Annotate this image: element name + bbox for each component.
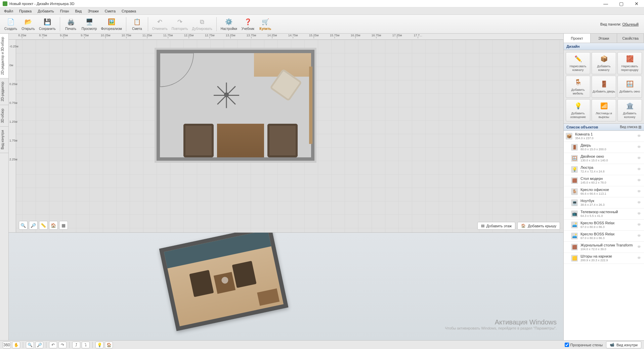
menu-help[interactable]: Справка: [119, 8, 139, 14]
minimize-button[interactable]: —: [601, 0, 610, 7]
view-2d[interactable]: -0.25м0м0.25м0.75м1.25м1.75м2.25м: [9, 40, 563, 233]
visibility-eye-icon[interactable]: 👁: [637, 223, 642, 227]
visibility-eye-icon[interactable]: 👁: [637, 200, 642, 205]
textbook-button[interactable]: ❓Учебник: [239, 16, 257, 33]
coffee-table[interactable]: [217, 124, 264, 157]
grid-button[interactable]: ▦: [59, 221, 68, 230]
menu-view[interactable]: Вид: [72, 8, 84, 14]
inside-view-button[interactable]: 📹Вид изнутри: [606, 341, 641, 348]
object-list-item[interactable]: 🟫 Стол модерн 145.0 x 60.2 x 78.0 👁: [564, 175, 644, 186]
create-button[interactable]: 📄Создать: [2, 16, 19, 33]
object-icon: 🪟: [571, 155, 578, 162]
object-dimensions: 72.4 x 72.4 x 24.8: [581, 170, 635, 173]
tilt-down-button[interactable]: ⤵: [82, 342, 90, 348]
vtab-2d[interactable]: 2D-редактор: [0, 78, 8, 105]
close-button[interactable]: ✕: [632, 0, 641, 7]
object-list-item[interactable]: 🛋️ Кресло BOSS Relax 67.0 x 80.9 x 86.3 …: [564, 220, 644, 231]
maximize-button[interactable]: ▢: [616, 0, 626, 7]
visibility-eye-icon[interactable]: 👁: [637, 178, 642, 183]
tab-floors[interactable]: Этажи: [591, 34, 617, 43]
window-title: Новый проект - Дизайн Интерьера 3D: [9, 2, 74, 6]
object-list-item[interactable]: 📦 Комната 1 354.0 x 237.0 👁: [564, 131, 644, 142]
draw-partition-button[interactable]: 🧱Нарисовать перегородку: [617, 52, 642, 74]
armchair-left[interactable]: [183, 124, 214, 157]
object-list-item[interactable]: 🚪 Дверь 80.0 x 15.0 x 200.0 👁: [564, 142, 644, 153]
add-furniture-button[interactable]: 🪑Добавить мебель: [566, 76, 590, 98]
light-button[interactable]: 💡: [95, 342, 103, 348]
add-room-button[interactable]: 📦Добавить комнату: [592, 52, 616, 74]
view-3d[interactable]: Активация Windows Чтобы активировать Win…: [9, 233, 563, 340]
redo-button[interactable]: ↷Повторить: [170, 16, 190, 33]
object-list-item[interactable]: 🪑 Кресло офисное 66.6 x 66.6 x 113.1 👁: [564, 186, 644, 197]
duplicate-button[interactable]: ⧉Дублировать: [190, 16, 214, 33]
menu-add[interactable]: Добавить: [35, 8, 57, 14]
tab-properties[interactable]: Свойства: [617, 34, 644, 43]
visibility-eye-icon[interactable]: 👁: [637, 211, 642, 216]
add-door-button[interactable]: 🚪Добавить дверь: [592, 76, 616, 98]
save-button[interactable]: 💾Сохранить: [37, 16, 58, 33]
visibility-eye-icon[interactable]: 👁: [637, 245, 642, 249]
object-list-item[interactable]: 💻 Ноутбук 38.6 x 27.4 x 26.3 👁: [564, 197, 644, 208]
menu-estimate[interactable]: Смета: [102, 8, 118, 14]
object-icon: 💻: [571, 199, 578, 206]
measure-button[interactable]: 📏: [39, 221, 48, 230]
object-list-item[interactable]: 🛋️ Кресло BOSS Relax 67.0 x 80.9 x 86.3 …: [564, 231, 644, 242]
tab-project[interactable]: Проект: [564, 34, 591, 43]
add-roof-button[interactable]: 🏠Добавить крышу: [517, 222, 560, 230]
visibility-eye-icon[interactable]: 👁: [637, 167, 642, 172]
pan-button[interactable]: ✋: [12, 342, 20, 348]
tilt-up-button[interactable]: ⤴: [72, 342, 80, 348]
visibility-eye-icon[interactable]: 👁: [637, 145, 642, 150]
draw-room-button[interactable]: ✏️Нарисовать комнату: [566, 52, 590, 74]
menu-plan[interactable]: План: [57, 8, 72, 14]
preview-3d-room[interactable]: [159, 233, 289, 331]
ruler-v-tick: 2.25м: [9, 158, 17, 161]
vtab-inside[interactable]: Вид изнутри: [0, 127, 8, 153]
chandelier[interactable]: [213, 81, 240, 108]
object-list-item[interactable]: 📺 Телевизор настенный 64.3 x 5.5 x 41.0 …: [564, 208, 644, 220]
list-view-toggle[interactable]: Вид списка ▥: [620, 125, 641, 129]
open-button[interactable]: 📂Открыть: [19, 16, 37, 33]
armchair-right[interactable]: [267, 124, 298, 157]
preview-button[interactable]: 🖥️Просмотр: [80, 16, 99, 33]
menu-edit[interactable]: Правка: [16, 8, 34, 14]
home-button[interactable]: 🏠: [49, 221, 58, 230]
home-3d-button[interactable]: 🏠: [105, 342, 113, 348]
visibility-eye-icon[interactable]: 👁: [637, 189, 642, 194]
object-list-item[interactable]: 🟫 Журнальный столик Transform 104.0 x 72…: [564, 242, 644, 253]
bottombar: 360 ✋ 🔍 🔎 ↶ ↷ ⤴ ⤵ 💡 🏠 Прозрачные стены 📹…: [0, 340, 644, 349]
rotate-360-button[interactable]: 360: [3, 342, 11, 348]
zoom-in-button[interactable]: 🔎: [29, 221, 38, 230]
zoom-out-3d-button[interactable]: 🔍: [26, 342, 34, 348]
object-icon: 🛋️: [571, 233, 578, 239]
visibility-eye-icon[interactable]: 👁: [637, 156, 642, 161]
zoom-in-3d-button[interactable]: 🔎: [35, 342, 43, 348]
print-button[interactable]: 🖨️Печать: [62, 16, 80, 33]
menu-file[interactable]: Файл: [1, 8, 16, 14]
panel-mode-link[interactable]: Обычный: [622, 22, 639, 26]
add-lighting-button[interactable]: 💡Добавить освещение: [566, 99, 590, 121]
stairs-button[interactable]: 📶Лестницы и вырезы: [592, 99, 616, 121]
buy-button[interactable]: 🛒Купить: [257, 16, 274, 33]
vtab-2d3d[interactable]: 2D-редактор и 3D-обзор: [0, 34, 8, 78]
settings-button[interactable]: ⚙️Настройки: [219, 16, 239, 33]
room-plan[interactable]: [157, 50, 314, 161]
object-list-item[interactable]: 🟨 Шторы на карнизе 200.9 x 20.3 x 222.9 …: [564, 253, 644, 264]
rotate-cw-button[interactable]: ↷: [58, 342, 67, 348]
visibility-eye-icon[interactable]: 👁: [637, 134, 642, 139]
undo-button[interactable]: ↶Отменить: [150, 16, 170, 33]
visibility-eye-icon[interactable]: 👁: [637, 234, 642, 238]
add-floor-button[interactable]: ▤Добавить этаж: [477, 222, 515, 230]
vtab-3d[interactable]: 3D-обзор: [0, 105, 8, 127]
menu-floors[interactable]: Этажи: [85, 8, 101, 14]
zoom-out-button[interactable]: 🔍: [19, 221, 28, 230]
add-window-button[interactable]: 🪟Добавить окно: [617, 76, 642, 98]
transparent-walls-checkbox[interactable]: Прозрачные стены: [565, 343, 603, 347]
rotate-ccw-button[interactable]: ↶: [49, 342, 57, 348]
visibility-eye-icon[interactable]: 👁: [637, 256, 642, 261]
estimate-button[interactable]: 📋Смета: [128, 16, 146, 33]
photorealism-button[interactable]: 🖼️Фотореализм: [99, 16, 124, 33]
object-list-item[interactable]: 🪟 Двойное окно 130.0 x 15.0 x 140.0 👁: [564, 153, 644, 164]
add-column-button[interactable]: 🏛️Добавить колонну: [617, 99, 642, 121]
object-list-item[interactable]: 💡 Люстра 72.4 x 72.4 x 24.8 👁: [564, 164, 644, 175]
